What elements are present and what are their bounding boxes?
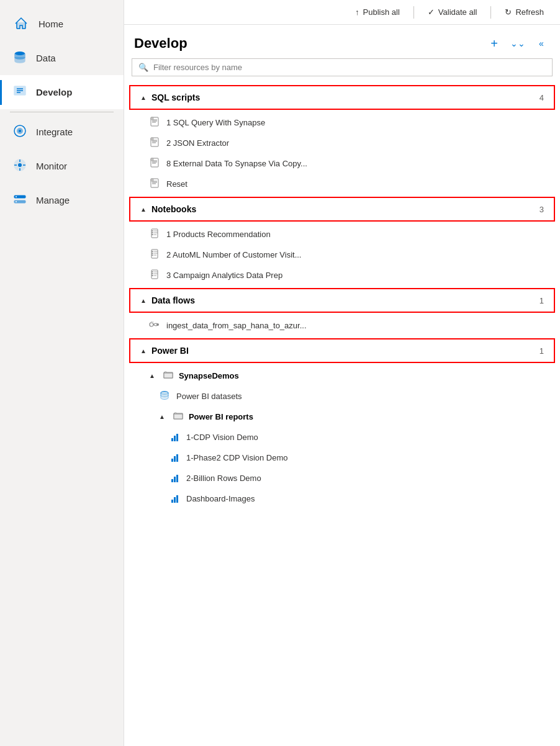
notebook-icon-3 <box>149 269 160 281</box>
sql-scripts-header-left: ▲ SQL scripts <box>140 92 200 102</box>
sql-scripts-count: 4 <box>540 93 544 102</box>
svg-rect-33 <box>151 179 153 181</box>
search-icon: 🔍 <box>138 63 148 72</box>
sidebar-item-manage-label: Manage <box>36 195 70 205</box>
sidebar-item-data[interactable]: Data <box>0 41 124 75</box>
develop-header-actions: + ⌄⌄ « <box>485 35 550 52</box>
svg-point-13 <box>16 201 17 202</box>
collapse-icon: « <box>539 38 544 48</box>
validate-icon: ✓ <box>428 7 435 17</box>
data-flows-header-left: ▲ Data flows <box>140 295 195 305</box>
search-input[interactable] <box>153 63 546 72</box>
sql-script-icon-4 <box>149 178 160 190</box>
collapse-button[interactable]: « <box>533 35 550 52</box>
sidebar-item-home[interactable]: Home <box>0 6 124 41</box>
pbi-report-3-label: 2-Billion Rows Demo <box>186 474 261 483</box>
plus-icon: + <box>490 37 498 51</box>
manage-icon <box>12 192 27 209</box>
svg-rect-57 <box>164 373 173 378</box>
notebook-icon-2 <box>149 249 160 261</box>
chart-bars-1 <box>171 431 178 441</box>
monitor-icon <box>12 158 27 174</box>
top-bar: ↑ Publish all ✓ Validate all ↻ Refresh <box>124 0 560 25</box>
svg-rect-28 <box>151 158 153 161</box>
sidebar-item-develop[interactable]: Develop <box>0 75 124 109</box>
pbi-reports-chevron: ▲ <box>159 413 165 420</box>
sql-item-1-label: 1 SQL Query With Synapse <box>166 118 265 127</box>
power-bi-datasets-label: Power BI datasets <box>176 392 242 401</box>
sql-item-4-label: Reset <box>166 179 187 189</box>
data-flows-count: 1 <box>540 296 544 305</box>
notebooks-section: ▲ Notebooks 3 1 Products Recommendation … <box>124 194 560 285</box>
validate-all-button[interactable]: ✓ Validate all <box>422 5 484 19</box>
notebook-item-3[interactable]: 3 Campaign Analytics Data Prep <box>124 265 560 285</box>
svg-rect-23 <box>151 138 153 140</box>
sort-button[interactable]: ⌄⌄ <box>509 35 526 52</box>
power-bi-section: ▲ Power BI 1 ▲ SynapseDemos <box>124 336 560 509</box>
integrate-icon <box>12 124 27 140</box>
sql-item-3[interactable]: 8 External Data To Synapse Via Copy... <box>124 153 560 174</box>
notebook-icon-1 <box>149 228 160 240</box>
power-bi-reports-header[interactable]: ▲ Power BI reports <box>124 407 560 427</box>
sql-scripts-header[interactable]: ▲ SQL scripts 4 <box>129 85 555 110</box>
svg-rect-18 <box>151 117 153 120</box>
sql-scripts-title: SQL scripts <box>151 92 200 102</box>
sql-item-1[interactable]: 1 SQL Query With Synapse <box>124 112 560 133</box>
develop-panel-title: Develop <box>134 35 187 52</box>
pbi-report-3[interactable]: 2-Billion Rows Demo <box>124 468 560 488</box>
synapse-demos-header[interactable]: ▲ SynapseDemos <box>124 366 560 386</box>
pbi-chart-icon-4 <box>169 493 180 505</box>
sql-scripts-chevron: ▲ <box>140 94 147 101</box>
sidebar-item-integrate[interactable]: Integrate <box>0 115 124 149</box>
svg-point-55 <box>150 323 153 326</box>
sidebar-item-manage[interactable]: Manage <box>0 183 124 217</box>
sidebar: Home Data Develop <box>0 0 124 746</box>
pbi-chart-icon-2 <box>169 452 180 464</box>
data-flows-header[interactable]: ▲ Data flows 1 <box>129 288 555 313</box>
notebooks-title: Notebooks <box>151 204 196 214</box>
sidebar-item-home-label: Home <box>38 19 63 29</box>
data-flows-chevron: ▲ <box>140 297 147 304</box>
sidebar-item-monitor[interactable]: Monitor <box>0 149 124 183</box>
notebook-item-3-label: 3 Campaign Analytics Data Prep <box>166 271 282 280</box>
sidebar-item-integrate-label: Integrate <box>36 127 73 137</box>
develop-panel: Develop + ⌄⌄ « 🔍 ▲ S <box>124 25 560 746</box>
dataflow-icon-1 <box>149 320 160 331</box>
synapse-demos-chevron: ▲ <box>149 372 155 379</box>
sidebar-item-develop-label: Develop <box>36 87 72 97</box>
data-icon <box>12 50 27 66</box>
pbi-report-2[interactable]: 1-Phase2 CDP Vision Demo <box>124 447 560 468</box>
power-bi-reports-label: Power BI reports <box>189 412 253 421</box>
notebook-item-1[interactable]: 1 Products Recommendation <box>124 224 560 245</box>
search-box: 🔍 <box>132 58 553 76</box>
chart-bars-2 <box>171 452 178 462</box>
power-bi-header[interactable]: ▲ Power BI 1 <box>129 338 555 363</box>
data-flow-item-1-label: ingest_data_from_sap_hana_to_azur... <box>166 321 307 330</box>
sidebar-item-monitor-label: Monitor <box>36 161 67 171</box>
pbi-report-4[interactable]: Dashboard-Images <box>124 488 560 509</box>
sql-item-3-label: 8 External Data To Synapse Via Copy... <box>166 159 307 168</box>
database-icon <box>159 390 170 402</box>
power-bi-count: 1 <box>540 346 544 356</box>
pbi-chart-icon-1 <box>169 431 180 443</box>
notebooks-header[interactable]: ▲ Notebooks 3 <box>129 197 555 222</box>
sql-item-4[interactable]: Reset <box>124 174 560 194</box>
pbi-report-1-label: 1-CDP Vision Demo <box>186 433 258 442</box>
publish-all-button[interactable]: ↑ Publish all <box>349 5 406 19</box>
power-bi-title: Power BI <box>151 346 189 356</box>
sql-item-2[interactable]: 2 JSON Extractor <box>124 133 560 153</box>
refresh-button[interactable]: ↻ Refresh <box>499 5 550 19</box>
pbi-chart-icon-3 <box>169 472 180 484</box>
data-flows-title: Data flows <box>151 295 195 305</box>
synapse-folder-icon <box>163 370 174 382</box>
power-bi-datasets-item[interactable]: Power BI datasets <box>124 386 560 407</box>
add-resource-button[interactable]: + <box>485 35 503 52</box>
data-flow-item-1[interactable]: ingest_data_from_sap_hana_to_azur... <box>124 315 560 336</box>
pbi-report-4-label: Dashboard-Images <box>186 494 255 503</box>
pbi-report-1[interactable]: 1-CDP Vision Demo <box>124 427 560 447</box>
svg-point-7 <box>19 130 21 132</box>
notebook-item-2[interactable]: 2 AutoML Number of Customer Visit... <box>124 245 560 265</box>
svg-rect-34 <box>151 229 158 238</box>
svg-rect-59 <box>174 414 183 419</box>
sql-script-icon-3 <box>149 158 160 169</box>
